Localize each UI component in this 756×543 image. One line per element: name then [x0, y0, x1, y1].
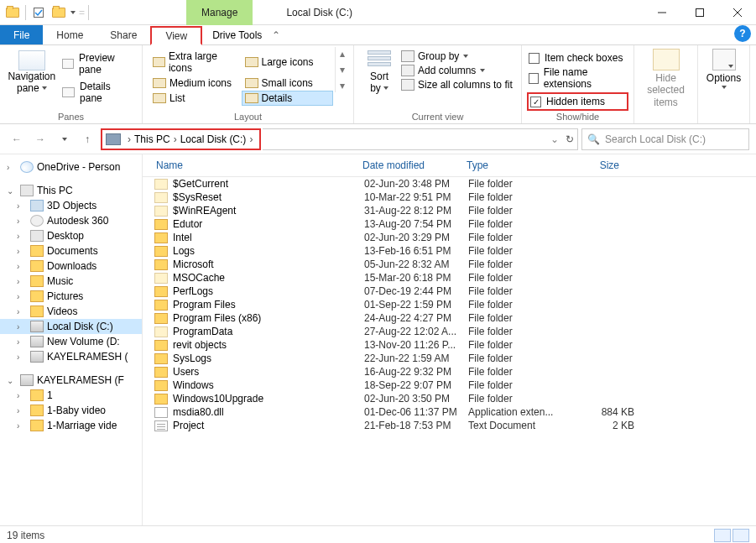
hide-selected-button[interactable]: Hide selecteditems	[634, 45, 698, 123]
chevron-down-icon	[383, 86, 388, 90]
details-pane-button[interactable]: Details pane	[59, 79, 137, 106]
file-row[interactable]: $SysReset10-Mar-22 9:51 PMFile folder	[143, 191, 756, 204]
column-name[interactable]: Name	[143, 158, 356, 173]
qat-folder-icon[interactable]	[50, 3, 68, 22]
thumbnails-view-toggle[interactable]	[733, 529, 749, 542]
details-view-toggle[interactable]	[714, 529, 731, 542]
group-by-button[interactable]: Group by	[399, 50, 514, 63]
file-row[interactable]: Program Files (x86)24-Aug-22 4:27 PMFile…	[143, 311, 756, 325]
tree-kayelramesh-f[interactable]: ⌄KAYELRAMESH (F	[0, 373, 142, 388]
tree-folder-1[interactable]: ›1	[0, 388, 142, 403]
layout-list[interactable]: List	[149, 91, 242, 106]
options-button[interactable]: Options	[698, 45, 750, 123]
group-label: Layout	[143, 112, 353, 122]
tab-home[interactable]: Home	[43, 25, 96, 44]
layout-large[interactable]: Large icons	[242, 49, 334, 76]
qat-check-icon[interactable]	[29, 3, 48, 22]
tree-kayelramesh[interactable]: ›KAYELRAMESH (	[0, 349, 142, 364]
back-button[interactable]: ←	[7, 129, 27, 149]
file-row[interactable]: Project21-Feb-18 7:53 PMText Document2 K…	[143, 419, 756, 432]
group-by-icon	[401, 50, 414, 62]
layout-gallery-scroll[interactable]: ▴▾▾	[335, 47, 348, 92]
file-extensions-toggle[interactable]: File name extensions	[527, 66, 628, 90]
layout-extra-large[interactable]: Extra large icons	[149, 49, 242, 76]
maximize-button[interactable]	[680, 0, 718, 25]
file-row[interactable]: MSOCache15-Mar-20 6:18 PMFile folder	[143, 271, 756, 285]
file-row[interactable]: Users16-Aug-22 9:32 PMFile folder	[143, 365, 756, 379]
file-row[interactable]: Microsoft05-Jun-22 8:32 AMFile folder	[143, 258, 756, 271]
qat-customize-caret[interactable]	[70, 11, 76, 14]
hidden-items-toggle[interactable]: ✓Hidden items	[527, 92, 628, 111]
search-input[interactable]: 🔍 Search Local Disk (C:)	[581, 128, 749, 150]
contextual-tab-manage[interactable]: Manage	[186, 0, 253, 25]
tree-onedrive[interactable]: ›OneDrive - Person	[0, 159, 142, 175]
file-row[interactable]: Edutor13-Aug-20 7:54 PMFile folder	[143, 217, 756, 231]
tree-pictures[interactable]: ›Pictures	[0, 289, 142, 304]
chevron-right-icon[interactable]: ›	[249, 133, 253, 145]
tree-desktop[interactable]: ›Desktop	[0, 228, 142, 243]
tree-new-volume-d[interactable]: ›New Volume (D:	[0, 334, 142, 349]
status-bar: 19 items	[0, 525, 756, 543]
tree-music[interactable]: ›Music	[0, 274, 142, 289]
tree-3d-objects[interactable]: ›3D Objects	[0, 198, 142, 213]
layout-medium[interactable]: Medium icons	[149, 76, 242, 91]
column-date[interactable]: Date modified	[356, 158, 460, 173]
tree-downloads[interactable]: ›Downloads	[0, 258, 142, 274]
file-row[interactable]: Intel02-Jun-20 3:29 PMFile folder	[143, 231, 756, 244]
refresh-button[interactable]: ↻	[566, 133, 574, 145]
file-row[interactable]: $GetCurrent02-Jun-20 3:48 PMFile folder	[143, 177, 756, 191]
app-folder-icon[interactable]	[3, 3, 22, 22]
group-label: Current view	[354, 112, 521, 122]
collapse-ribbon-button[interactable]: ⌃	[272, 25, 280, 44]
file-row[interactable]: PerfLogs07-Dec-19 2:44 PMFile folder	[143, 285, 756, 298]
recent-locations-button[interactable]	[54, 129, 74, 149]
sort-by-button[interactable]: Sort by	[359, 47, 399, 94]
file-row[interactable]: ProgramData27-Aug-22 12:02 A...File fold…	[143, 325, 756, 338]
chevron-right-icon[interactable]: ›	[174, 133, 177, 145]
column-type[interactable]: Type	[460, 158, 559, 173]
tab-file[interactable]: File	[0, 25, 43, 44]
layout-small[interactable]: Small icons	[242, 76, 334, 91]
file-row[interactable]: Logs13-Feb-16 6:51 PMFile folder	[143, 244, 756, 258]
up-button[interactable]: ↑	[77, 129, 97, 149]
item-checkboxes-toggle[interactable]: Item check boxes	[527, 52, 628, 64]
tree-marriage-video[interactable]: ›1-Marriage vide	[0, 418, 142, 433]
tab-drive-tools[interactable]: Drive Tools	[202, 25, 272, 44]
file-row[interactable]: Windows18-Sep-22 9:07 PMFile folder	[143, 379, 756, 392]
address-bar[interactable]: ⌄ ↻	[263, 128, 578, 150]
preview-pane-button[interactable]: Preview pane	[59, 50, 137, 77]
column-size[interactable]: Size	[559, 158, 626, 173]
size-columns-button[interactable]: Size all columns to fit	[399, 78, 514, 91]
pc-icon	[20, 185, 34, 196]
file-row[interactable]: Program Files01-Sep-22 1:59 PMFile folde…	[143, 298, 756, 311]
file-row[interactable]: msdia80.dll01-Dec-06 11:37 PMApplication…	[143, 405, 756, 419]
history-dropdown-icon[interactable]: ⌄	[550, 133, 559, 145]
breadcrumb-local-disk[interactable]: Local Disk (C:)	[180, 133, 247, 145]
close-button[interactable]	[718, 0, 756, 25]
navigation-pane-button[interactable]: Navigation pane	[5, 47, 59, 106]
tree-autodesk[interactable]: ›Autodesk 360	[0, 213, 142, 228]
file-row[interactable]: revit objects13-Nov-20 11:26 P...File fo…	[143, 338, 756, 352]
tree-this-pc[interactable]: ⌄This PC	[0, 183, 142, 198]
forward-button[interactable]: →	[30, 129, 50, 149]
add-columns-button[interactable]: Add columns	[399, 64, 514, 77]
tab-view[interactable]: View	[150, 26, 202, 45]
checkbox-checked-icon: ✓	[530, 97, 541, 107]
tree-local-disk-c[interactable]: ›Local Disk (C:)	[0, 319, 142, 334]
chevron-right-icon[interactable]: ›	[128, 133, 131, 145]
navigation-tree[interactable]: ›OneDrive - Person ⌄This PC ›3D Objects …	[0, 154, 143, 525]
layout-details[interactable]: Details	[242, 91, 334, 106]
file-date: 01-Dec-06 11:37 PM	[364, 406, 468, 418]
breadcrumb-this-pc[interactable]: This PC	[134, 133, 170, 145]
downloads-icon	[30, 260, 44, 272]
help-icon[interactable]: ?	[734, 25, 751, 42]
tree-baby-video[interactable]: ›1-Baby video	[0, 403, 142, 418]
file-row[interactable]: SysLogs22-Jun-22 1:59 AMFile folder	[143, 352, 756, 365]
tab-share[interactable]: Share	[96, 25, 150, 44]
breadcrumb[interactable]: › This PC › Local Disk (C:) ›	[101, 128, 261, 150]
tree-videos[interactable]: ›Videos	[0, 304, 142, 319]
file-row[interactable]: Windows10Upgrade02-Jun-20 3:50 PMFile fo…	[143, 392, 756, 405]
tree-documents[interactable]: ›Documents	[0, 243, 142, 258]
minimize-button[interactable]	[643, 0, 680, 25]
file-row[interactable]: $WinREAgent31-Aug-22 8:12 PMFile folder	[143, 204, 756, 217]
